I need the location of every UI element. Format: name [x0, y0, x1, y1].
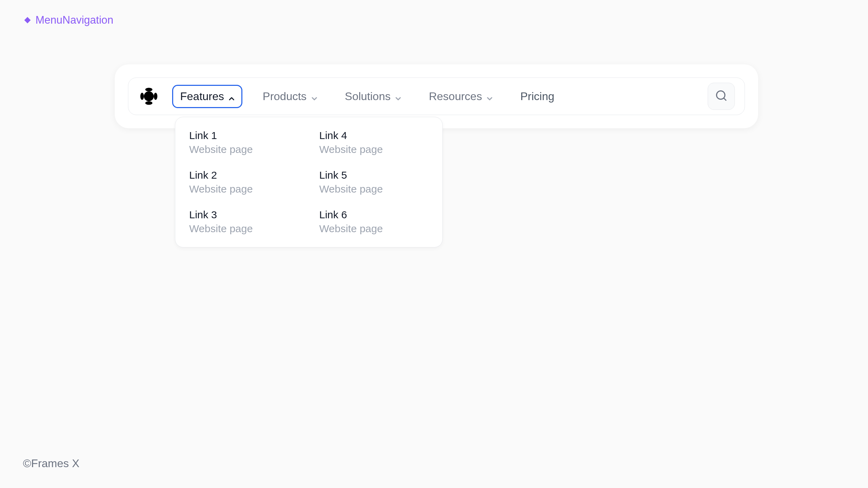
svg-point-4 [154, 93, 157, 100]
dropdown-item-title: Link 3 [189, 209, 298, 221]
dropdown-item-link-3[interactable]: Link 3 Website page [189, 209, 298, 235]
dropdown-item-title: Link 2 [189, 169, 298, 181]
chevron-down-icon [394, 93, 401, 100]
svg-point-3 [140, 93, 144, 100]
chevron-up-icon [227, 93, 234, 100]
dropdown-item-subtitle: Website page [319, 223, 428, 235]
brand-logo[interactable] [138, 86, 160, 107]
nav-item-pricing[interactable]: Pricing [513, 85, 562, 108]
nav-items: Features Products Solutions [172, 85, 695, 108]
nav-item-label: Solutions [345, 90, 391, 103]
nav-item-features[interactable]: Features [172, 85, 242, 108]
dropdown-item-title: Link 4 [319, 130, 428, 141]
diamond-icon [24, 16, 31, 24]
chevron-down-icon [310, 93, 317, 100]
dropdown-item-title: Link 6 [319, 209, 428, 221]
nav-bar: Features Products Solutions [128, 78, 745, 115]
nav-item-label: Resources [429, 90, 482, 103]
dropdown-item-link-2[interactable]: Link 2 Website page [189, 169, 298, 195]
dropdown-item-link-1[interactable]: Link 1 Website page [189, 130, 298, 155]
dropdown-item-title: Link 1 [189, 130, 298, 141]
nav-item-label: Products [263, 90, 306, 103]
page-header: MenuNavigation [0, 0, 868, 26]
dropdown-item-link-4[interactable]: Link 4 Website page [319, 130, 428, 155]
dropdown-item-subtitle: Website page [189, 144, 298, 155]
search-button[interactable] [708, 83, 735, 110]
nav-item-label: Pricing [520, 90, 554, 103]
nav-item-resources[interactable]: Resources [421, 85, 500, 108]
dropdown-item-subtitle: Website page [319, 183, 428, 195]
dropdown-item-subtitle: Website page [319, 144, 428, 155]
dropdown-menu: Link 1 Website page Link 4 Website page … [175, 117, 443, 247]
chevron-down-icon [485, 93, 492, 100]
svg-point-1 [145, 88, 153, 91]
dropdown-item-subtitle: Website page [189, 223, 298, 235]
nav-item-products[interactable]: Products [255, 85, 324, 108]
dropdown-item-subtitle: Website page [189, 183, 298, 195]
svg-line-6 [724, 98, 726, 100]
search-icon [715, 89, 728, 103]
svg-point-0 [144, 91, 154, 101]
dropdown-item-link-6[interactable]: Link 6 Website page [319, 209, 428, 235]
dropdown-item-title: Link 5 [319, 169, 428, 181]
nav-item-solutions[interactable]: Solutions [337, 85, 409, 108]
svg-point-2 [145, 101, 153, 105]
nav-item-label: Features [180, 90, 224, 103]
copyright-footer: ©Frames X [23, 457, 79, 470]
dropdown-item-link-5[interactable]: Link 5 Website page [319, 169, 428, 195]
page-title: MenuNavigation [35, 14, 113, 26]
